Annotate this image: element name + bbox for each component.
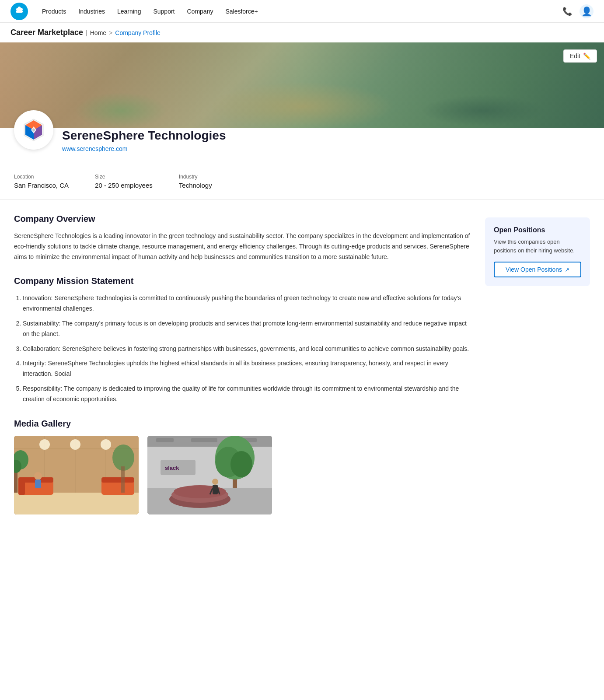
nav-item-company[interactable]: Company (182, 5, 219, 18)
nav-item-learning[interactable]: Learning (112, 5, 147, 18)
stat-size: Size 20 - 250 employees (95, 174, 153, 189)
phone-button[interactable]: 📞 (560, 4, 574, 18)
svg-rect-27 (121, 466, 125, 493)
overview-body: SereneSphere Technologies is a leading i… (14, 231, 471, 262)
mission-title: Company Mission Statement (14, 276, 471, 286)
svg-rect-32 (156, 438, 174, 442)
breadcrumb-chevron: > (109, 29, 112, 36)
svg-text:slack: slack (165, 465, 179, 471)
mission-list: Innovation: SereneSphere Technologies is… (14, 293, 471, 404)
list-item: Integrity: SereneSphere Technologies uph… (23, 358, 471, 379)
nav-item-products[interactable]: Products (37, 5, 71, 18)
view-positions-label: View Open Positions (506, 266, 562, 273)
gallery-title: Media Gallery (14, 419, 471, 429)
company-logo (14, 110, 53, 150)
user-avatar[interactable]: 👤 (580, 4, 594, 18)
breadcrumb-current[interactable]: Company Profile (115, 29, 161, 36)
company-overview-section: Company Overview SereneSphere Technologi… (14, 214, 471, 262)
view-open-positions-button[interactable]: View Open Positions ↗ (494, 262, 581, 277)
edit-label: Edit (570, 52, 580, 60)
external-link-icon: ↗ (565, 266, 569, 273)
nav-right: 📞 👤 (560, 4, 594, 18)
svg-rect-15 (14, 493, 139, 514)
edit-pencil-icon: ✏️ (583, 52, 590, 60)
svg-point-12 (39, 439, 50, 450)
main-content: Company Overview SereneSphere Technologi… (0, 200, 604, 532)
profile-section: SereneSphere Technologies www.serenesphe… (0, 123, 604, 163)
app-title: Career Marketplace (10, 28, 83, 37)
svg-point-44 (212, 479, 218, 485)
gallery-image-1 (14, 436, 139, 514)
stat-industry: Industry Technology (179, 174, 212, 189)
breadcrumb-home[interactable]: Home (90, 29, 106, 36)
svg-point-19 (34, 472, 42, 480)
open-positions-title: Open Positions (494, 226, 581, 234)
list-item: Sustainability: The company's primary fo… (23, 318, 471, 340)
open-positions-card: Open Positions View this companies open … (485, 217, 590, 286)
nav-items: Products Industries Learning Support Com… (37, 5, 560, 18)
salesforce-logo[interactable] (10, 3, 28, 20)
breadcrumb-separator: | (86, 29, 87, 36)
overview-title: Company Overview (14, 214, 471, 224)
size-label: Size (95, 174, 153, 180)
svg-rect-33 (191, 438, 217, 442)
industry-label: Industry (179, 174, 212, 180)
phone-icon: 📞 (562, 7, 572, 16)
svg-point-14 (101, 439, 111, 450)
avatar-icon: 👤 (581, 6, 592, 17)
hero-banner: Edit ✏️ (0, 42, 604, 128)
gallery-image-2: slack (147, 436, 272, 514)
svg-point-13 (70, 439, 80, 450)
list-item: Collaboration: SereneSphere believes in … (23, 344, 471, 354)
list-item: Responsibility: The company is dedicated… (23, 384, 471, 405)
nav-item-industries[interactable]: Industries (73, 5, 110, 18)
company-mission-section: Company Mission Statement Innovation: Se… (14, 276, 471, 404)
nav-item-salesforce-plus[interactable]: Salesforce+ (220, 5, 263, 18)
breadcrumb: Career Marketplace | Home > Company Prof… (0, 23, 604, 42)
top-nav: Products Industries Learning Support Com… (0, 0, 604, 23)
company-name: SereneSphere Technologies (62, 129, 226, 143)
svg-rect-18 (18, 480, 25, 495)
svg-rect-20 (35, 480, 41, 488)
hero-decoration (0, 42, 604, 128)
stat-location: Location San Francisco, CA (14, 174, 69, 189)
content-right: Open Positions View this companies open … (485, 214, 590, 514)
company-url[interactable]: www.serenesphere.com (62, 145, 226, 152)
gallery-images: slack (14, 436, 471, 514)
content-left: Company Overview SereneSphere Technologi… (14, 214, 471, 514)
svg-point-38 (230, 451, 252, 477)
svg-rect-45 (213, 485, 218, 494)
list-item: Innovation: SereneSphere Technologies is… (23, 293, 471, 314)
svg-rect-22 (101, 477, 134, 483)
nav-item-support[interactable]: Support (148, 5, 180, 18)
industry-value: Technology (179, 182, 212, 189)
edit-button[interactable]: Edit ✏️ (563, 49, 597, 63)
size-value: 20 - 250 employees (95, 182, 153, 189)
media-gallery-section: Media Gallery (14, 419, 471, 514)
location-value: San Francisco, CA (14, 182, 69, 189)
stats-row: Location San Francisco, CA Size 20 - 250… (0, 163, 604, 200)
company-logo-image (21, 117, 47, 143)
location-label: Location (14, 174, 69, 180)
open-positions-description: View this companies open positions on th… (494, 238, 581, 255)
